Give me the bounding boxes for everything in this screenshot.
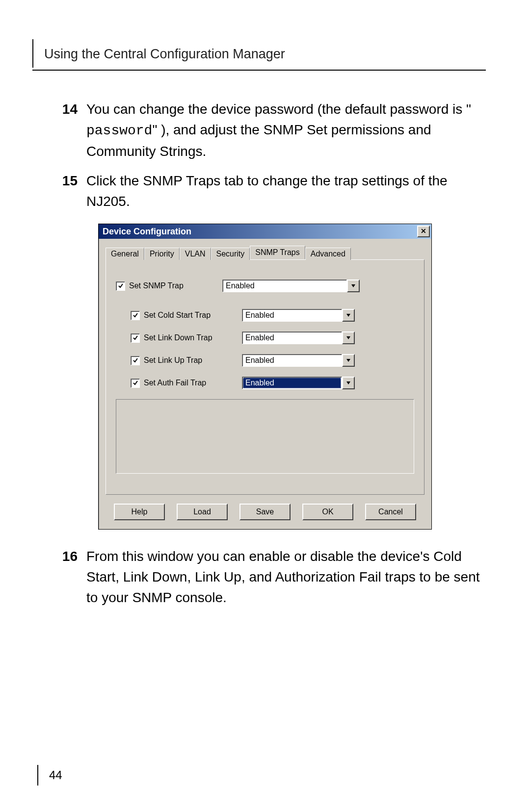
chevron-down-icon <box>351 284 355 287</box>
set-snmp-trap-row: Set SNMP Trap Enabled <box>116 279 414 292</box>
empty-panel <box>116 399 414 474</box>
set-auth-fail-trap-row: Set Auth Fail Trap Enabled <box>131 377 414 389</box>
tab-bar: General Priority VLAN Security SNMP Trap… <box>106 246 424 259</box>
set-link-up-trap-checkbox[interactable] <box>131 356 140 365</box>
chevron-down-icon <box>346 359 350 362</box>
check-icon <box>132 380 138 386</box>
dialog-body: General Priority VLAN Security SNMP Trap… <box>99 239 431 529</box>
set-auth-fail-trap-label: Set Auth Fail Trap <box>144 379 242 387</box>
dialog-titlebar[interactable]: Device Configuration ✕ <box>99 224 431 239</box>
combo-value: Enabled <box>242 354 342 367</box>
combo-value: Enabled <box>222 279 347 292</box>
combo-value: Enabled <box>242 331 342 344</box>
save-button[interactable]: Save <box>239 504 291 520</box>
dropdown-button[interactable] <box>342 331 355 344</box>
check-icon <box>132 335 138 341</box>
dropdown-button[interactable] <box>342 309 355 322</box>
selected-text: Enabled <box>243 378 341 388</box>
header-rule <box>32 70 486 71</box>
dialog-screenshot: Device Configuration ✕ General Priority … <box>44 224 486 530</box>
cancel-button[interactable]: Cancel <box>365 504 416 520</box>
step-number: 14 <box>44 99 86 162</box>
page-number: 44 <box>49 768 62 782</box>
step-text: Click the SNMP Traps tab to change the t… <box>86 171 486 212</box>
dropdown-button[interactable] <box>342 354 355 367</box>
close-button[interactable]: ✕ <box>417 226 430 237</box>
set-cold-start-trap-label: Set Cold Start Trap <box>144 311 242 320</box>
chevron-down-icon <box>346 336 350 339</box>
step-text: From this window you can enable or disab… <box>86 546 486 608</box>
ok-button[interactable]: OK <box>302 504 353 520</box>
step-15: 15 Click the SNMP Traps tab to change th… <box>44 171 486 212</box>
tab-advanced[interactable]: Advanced <box>305 248 351 260</box>
combo-value: Enabled <box>242 309 342 322</box>
set-link-down-trap-checkbox[interactable] <box>131 333 140 343</box>
step-14: 14 You can change the device password (t… <box>44 99 486 162</box>
step-number: 15 <box>44 171 86 212</box>
combo-value-focused: Enabled <box>242 377 342 389</box>
step-number: 16 <box>44 546 86 608</box>
footer-divider <box>37 765 38 786</box>
chevron-down-icon <box>346 381 350 384</box>
dropdown-button[interactable] <box>342 377 355 389</box>
set-link-down-trap-label: Set Link Down Trap <box>144 333 242 342</box>
set-link-up-trap-label: Set Link Up Trap <box>144 356 242 365</box>
dialog-button-row: Help Load Save OK Cancel <box>106 495 424 522</box>
set-link-down-trap-combo[interactable]: Enabled <box>242 331 355 344</box>
set-snmp-trap-label: Set SNMP Trap <box>129 281 222 290</box>
header-divider <box>32 39 33 68</box>
check-icon <box>132 357 138 363</box>
help-button[interactable]: Help <box>114 504 165 520</box>
page-footer: 44 <box>37 765 62 786</box>
document-page: Using the Central Configuration Manager … <box>0 0 530 812</box>
tab-security[interactable]: Security <box>211 248 250 260</box>
set-auth-fail-trap-combo[interactable]: Enabled <box>242 377 355 389</box>
chevron-down-icon <box>346 314 350 317</box>
code-text: password <box>86 123 152 138</box>
set-snmp-trap-combo[interactable]: Enabled <box>222 279 360 292</box>
set-link-down-trap-row: Set Link Down Trap Enabled <box>131 331 414 344</box>
tab-general[interactable]: General <box>106 248 144 260</box>
close-icon: ✕ <box>421 228 426 235</box>
set-link-up-trap-row: Set Link Up Trap Enabled <box>131 354 414 367</box>
set-auth-fail-trap-checkbox[interactable] <box>131 379 140 388</box>
check-icon <box>132 312 138 318</box>
tab-snmp-traps[interactable]: SNMP Traps <box>250 246 305 259</box>
step-text-a: You can change the device password (the … <box>86 102 471 117</box>
page-title: Using the Central Configuration Manager <box>44 47 285 68</box>
dialog-title: Device Configuration <box>103 227 191 237</box>
device-configuration-dialog: Device Configuration ✕ General Priority … <box>98 224 432 530</box>
set-cold-start-trap-checkbox[interactable] <box>131 311 140 320</box>
check-icon <box>118 283 124 289</box>
set-snmp-trap-checkbox[interactable] <box>116 281 125 291</box>
set-cold-start-trap-row: Set Cold Start Trap Enabled <box>131 309 414 322</box>
step-text: You can change the device password (the … <box>86 99 486 162</box>
dropdown-button[interactable] <box>347 279 360 292</box>
tab-vlan[interactable]: VLAN <box>180 248 211 260</box>
set-cold-start-trap-combo[interactable]: Enabled <box>242 309 355 322</box>
step-16: 16 From this window you can enable or di… <box>44 546 486 608</box>
tab-priority[interactable]: Priority <box>144 248 180 260</box>
snmp-traps-panel: Set SNMP Trap Enabled Set Cold Start Tra… <box>106 259 424 495</box>
load-button[interactable]: Load <box>177 504 228 520</box>
set-link-up-trap-combo[interactable]: Enabled <box>242 354 355 367</box>
page-header: Using the Central Configuration Manager <box>32 39 486 68</box>
